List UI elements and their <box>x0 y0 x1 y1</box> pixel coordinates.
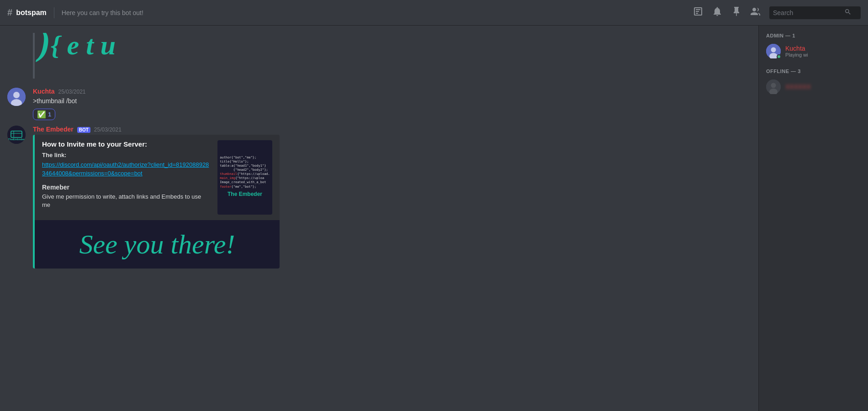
embed-thumbnail-title: The Embeder <box>228 191 262 197</box>
threads-icon[interactable] <box>693 6 704 19</box>
embed-link-label: The link: <box>42 152 210 158</box>
main-layout: ){ e t u Kuchta 25/03/20 <box>0 26 868 411</box>
message-content-kuchta: Kuchta 25/03/2021 >thumbnail /bot ✅ 1 <box>33 88 751 120</box>
members-icon[interactable] <box>750 6 761 19</box>
reaction-count: 1 <box>48 111 51 118</box>
search-input[interactable] <box>773 9 842 16</box>
message-header-kuchta: Kuchta 25/03/2021 <box>33 88 751 95</box>
message-header-embeder: The Embeder BOT 25/03/2021 <box>33 126 751 133</box>
cropped-image-container: ){ e t u <box>33 33 751 79</box>
timestamp-embeder: 25/03/2021 <box>94 126 122 133</box>
admin-section-title: ADMIN — 1 <box>762 33 864 38</box>
member-item-offline1[interactable]: XXXXXX <box>762 78 864 96</box>
cropped-message: ){ e t u <box>0 33 758 86</box>
svg-point-12 <box>771 83 776 88</box>
search-bar[interactable] <box>769 6 861 19</box>
chat-area: ){ e t u Kuchta 25/03/20 <box>0 26 758 411</box>
embed-wrapper: How to Invite me to your Server: The lin… <box>33 135 280 269</box>
channel-name: botspam <box>16 9 47 17</box>
see-you-text: See you there! <box>44 229 270 259</box>
embed-link[interactable]: https://discord.com/api/oauth2/authorize… <box>42 161 209 177</box>
member-avatar-offline1 <box>766 79 781 94</box>
hash-icon: # <box>7 7 12 18</box>
channel-description: Here you can try this bot out! <box>62 9 143 16</box>
teal-art-text: ){ e t u <box>38 33 751 60</box>
embed-title: How to Invite me to your Server: <box>42 140 210 148</box>
svg-text:TheEmbeder: TheEmbeder <box>8 138 25 141</box>
embed-remeber-text: Give me permission to write, attach link… <box>42 193 210 209</box>
bell-icon[interactable] <box>712 6 723 19</box>
avatar-kuchta <box>7 88 26 106</box>
avatar-embeder: TheEmbeder <box>7 126 26 144</box>
member-avatar-kuchta <box>766 44 781 58</box>
embed-code-snippet: author{"bot","me"}; title{"Hello"}; tabl… <box>220 156 270 189</box>
member-item-kuchta[interactable]: Kuchta Playing wi <box>762 42 864 60</box>
header-actions <box>693 6 861 19</box>
online-indicator <box>777 54 781 59</box>
embed-remeber-title: Remeber <box>42 184 210 191</box>
member-status-kuchta: Playing wi <box>785 52 808 58</box>
pin-icon[interactable] <box>731 6 742 19</box>
timestamp-kuchta: 25/03/2021 <box>58 89 85 95</box>
members-sidebar: ADMIN — 1 Kuchta Playing wi OFFLINE — 3 <box>758 26 868 411</box>
username-embeder: The Embeder <box>33 126 74 133</box>
bot-badge: BOT <box>77 127 90 133</box>
search-icon <box>844 8 852 17</box>
message-kuchta: Kuchta 25/03/2021 >thumbnail /bot ✅ 1 <box>0 86 758 122</box>
messages-list: ){ e t u Kuchta 25/03/20 <box>0 26 758 411</box>
embed-thumbnail: author{"bot","me"}; title{"Hello"}; tabl… <box>217 140 272 215</box>
member-name-kuchta: Kuchta <box>785 45 808 52</box>
offline-section-title: OFFLINE — 3 <box>762 68 864 74</box>
reaction-kuchta[interactable]: ✅ 1 <box>33 109 55 120</box>
embed-top: How to Invite me to your Server: The lin… <box>35 135 280 220</box>
svg-rect-3 <box>7 126 26 144</box>
channel-header: # botspam Here you can try this bot out! <box>0 0 868 26</box>
member-name-offline1: XXXXXX <box>785 83 811 90</box>
svg-point-9 <box>771 47 776 53</box>
member-info-kuchta: Kuchta Playing wi <box>785 45 808 58</box>
reaction-emoji: ✅ <box>37 110 46 119</box>
svg-point-1 <box>13 92 20 98</box>
embed-body: How to Invite me to your Server: The lin… <box>42 140 210 215</box>
embed-image-area: See you there! <box>35 220 280 269</box>
embed-remeber-section: Remeber Give me permission to write, att… <box>42 184 210 209</box>
member-info-offline1: XXXXXX <box>785 83 811 90</box>
message-content-embeder: The Embeder BOT 25/03/2021 How to Invite… <box>33 126 751 269</box>
message-embeder: TheEmbeder The Embeder BOT 25/03/2021 <box>0 124 758 270</box>
embed-link-section: The link: https://discord.com/api/oauth2… <box>42 152 210 178</box>
header-divider <box>54 7 54 18</box>
username-kuchta: Kuchta <box>33 88 54 95</box>
message-text-kuchta: >thumbnail /bot <box>33 97 751 106</box>
